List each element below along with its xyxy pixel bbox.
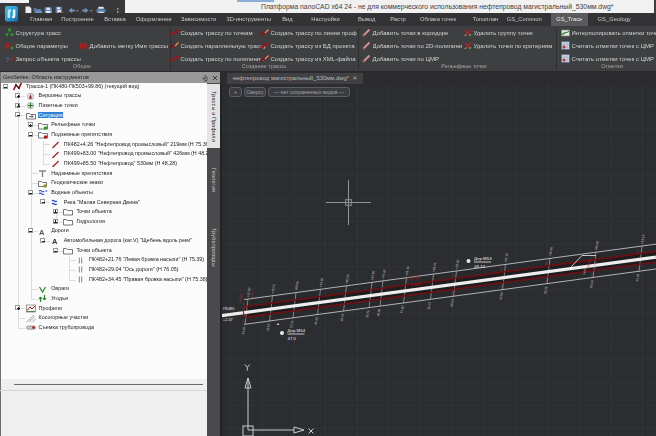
svg-text:19.73: 19.73 bbox=[365, 310, 370, 319]
svg-text:+80.13: +80.13 bbox=[345, 274, 351, 284]
svg-text:P: P bbox=[5, 41, 11, 50]
svg-text:ПК480: ПК480 bbox=[223, 307, 234, 311]
svg-text:+49.73: +49.73 bbox=[271, 284, 277, 294]
svg-text:+62.73: +62.73 bbox=[504, 252, 510, 262]
svg-text:Дер М54: Дер М54 bbox=[288, 328, 306, 333]
svg-text:14.00: 14.00 bbox=[241, 326, 246, 335]
svg-text:24.56: 24.56 bbox=[499, 292, 504, 301]
svg-text:36.42: 36.42 bbox=[427, 301, 432, 310]
svg-text:Дер М53: Дер М53 bbox=[474, 256, 492, 261]
svg-text:+43.30: +43.30 bbox=[319, 277, 325, 287]
svg-text:31.66: 31.66 bbox=[314, 317, 319, 326]
svg-text:60.21: 60.21 bbox=[340, 313, 345, 322]
svg-text:43.52: 43.52 bbox=[266, 323, 271, 332]
svg-text:+86.56: +86.56 bbox=[294, 281, 300, 291]
svg-text:77.80: 77.80 bbox=[400, 305, 405, 314]
svg-text:65.04: 65.04 bbox=[450, 298, 455, 307]
svg-text:+56.30: +56.30 bbox=[594, 240, 600, 250]
svg-text:+13.13: +13.13 bbox=[640, 234, 646, 244]
svg-text:?: ? bbox=[5, 55, 10, 63]
svg-text:+74.60: +74.60 bbox=[381, 269, 387, 279]
svg-text:41.25: 41.25 bbox=[635, 273, 640, 282]
svg-text:+25.00: +25.00 bbox=[455, 259, 461, 269]
svg-text:М: М bbox=[79, 41, 87, 50]
svg-text:A: A bbox=[52, 237, 58, 246]
svg-text:▲: ▲ bbox=[276, 321, 280, 326]
svg-text:+2.47: +2.47 bbox=[223, 318, 233, 322]
svg-text:+37.86: +37.86 bbox=[370, 270, 376, 280]
svg-text:ПК482: ПК482 bbox=[238, 293, 244, 303]
svg-text:+19.56: +19.56 bbox=[548, 246, 554, 256]
svg-text:48.35: 48.35 bbox=[376, 308, 381, 317]
svg-text:82.63: 82.63 bbox=[589, 280, 594, 289]
svg-text:48.74: 48.74 bbox=[474, 264, 486, 269]
svg-text:A: A bbox=[39, 227, 45, 236]
svg-text:+68.26: +68.26 bbox=[432, 262, 438, 272]
svg-text:47.0: 47.0 bbox=[288, 336, 297, 341]
